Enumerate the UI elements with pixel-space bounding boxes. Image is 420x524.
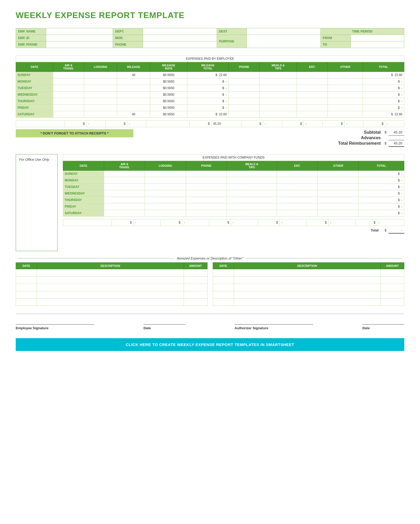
expenses-company-table: EXPENSES PAID WITH COMPANY FUNDS DATE AI… [63,154,404,217]
emp-name-value[interactable] [46,28,113,35]
employee-expense-row: MONDAY $0.5650 $ - $ - [16,78,404,85]
signature-section: Employee Signature Date Authorizer Signa… [16,314,404,330]
company-expense-row: SATURDAY $ - [63,210,404,217]
item-right-desc-col: DESCRIPTION [234,263,381,269]
to-value[interactable] [351,41,404,48]
col-meals-tips: MEALS &TIPS [260,62,297,72]
company-total-row: Total $ - [369,227,404,233]
totals-air: - [86,121,106,127]
total-reimbursement-label: Total Reimbursement [338,140,381,147]
emp-id-value[interactable] [46,35,113,41]
itemized-tables: DATE DESCRIPTION AMOUNT DATE DESCRIPTION… [16,262,404,306]
page-title: WEEKLY EXPENSE REPORT TEMPLATE [16,10,404,20]
office-use-label: For Office Use Only [19,158,49,161]
employee-expense-row: FRIDAY $0.5650 $ - $ - [16,105,404,111]
company-expense-row: MONDAY $ - [63,177,404,184]
totals-meals: - [304,121,323,127]
col-phone: PHONE [228,62,259,72]
from-label: FROM [320,35,351,41]
comp-tot-air: - [133,219,160,226]
itemized-right-table: DATE DESCRIPTION AMOUNT [213,262,405,306]
itemized-left-table: DATE DESCRIPTION AMOUNT [16,262,208,306]
office-use-box: For Office Use Only [16,154,58,251]
dept-label: DEPT. [113,28,143,35]
advances-label: Advances [338,136,381,140]
col-air-trans: AIR &TRANS. [53,62,84,72]
company-funds-section: EXPENSES PAID WITH COMPANY FUNDS DATE AI… [63,154,404,251]
authorizer-sig-block: Authorizer Signature [234,317,313,330]
col-mileage-total: MILEAGETOTAL [187,62,229,72]
totals-phone: - [263,121,282,127]
item-left-amount-col: AMOUNT [184,263,207,269]
emp-phone-value[interactable] [46,41,113,48]
dept-value[interactable] [143,28,217,35]
advances-row: Advances [338,136,404,140]
comp-col-total: TOTAL [359,161,404,171]
col-other: OTHER [328,62,363,72]
itemized-title: Itemized Expenses or Description of "Oth… [16,256,404,260]
total-reimbursement-row: Total Reimbursement $ 45.20 [338,140,404,147]
purpose-value[interactable] [247,35,320,48]
emp-date-block: Date [144,317,186,330]
auth-date-block: Date [362,317,404,330]
itemized-left-row [16,269,208,277]
dest-value[interactable] [247,28,320,35]
totals-mile-total: 45.20 [211,121,241,127]
company-expense-row: SUNDAY $ - [63,171,404,177]
itemized-left-row [16,277,208,284]
company-total-label: Total [369,227,381,233]
item-right-amount-col: AMOUNT [381,263,404,269]
company-expense-row: TUESDAY $ - [63,184,404,190]
col-mileage-rate: MILEAGERATE [150,62,187,72]
subtotal-label: Subtotal [338,129,381,136]
employee-expense-row: SUNDAY 40 $0.5650 $ 22.60 $ 22.60 [16,72,404,78]
emp-phone-label: EMP. PHONE [16,41,46,48]
col-date: DATE [16,62,53,72]
itemized-right-row [213,277,404,284]
phone-label: PHONE [113,41,143,48]
col-total: TOTAL [363,62,404,72]
info-table: EMP. NAME DEPT. DEST. TIME PERIOD EMP. I… [16,28,404,48]
item-left-date-col: DATE [16,263,37,269]
comp-tot-ent: - [328,219,355,226]
comp-tot-lodging: - [182,219,209,226]
company-totals-table: $ - $ - $ - $ - $ - $ - [63,219,404,226]
purpose-label: PURPOSE [217,35,247,48]
phone-value[interactable] [143,41,217,48]
company-expense-row: WEDNESDAY $ - [63,190,404,197]
emp-name-label: EMP. NAME [16,28,46,35]
authorizer-sig-label: Authorizer Signature [234,326,268,330]
time-period-label: TIME PERIOD [320,28,404,35]
employee-expense-row: TUESDAY $0.5650 $ - $ - [16,85,404,91]
employee-sig-label: Employee Signature [16,326,48,330]
emp-date-label: Date [144,326,151,330]
advances-value [389,136,404,140]
employee-sig-block: Employee Signature [16,317,94,330]
cta-banner[interactable]: CLICK HERE TO CREATE WEEKLY EXPENSE REPO… [16,338,404,351]
expenses-company-title: EXPENSES PAID WITH COMPANY FUNDS [63,154,404,161]
company-expense-row: FRIDAY $ - [63,203,404,210]
mgr-label: MGR. [113,35,143,41]
itemized-right-row [213,269,404,277]
from-value[interactable] [351,35,404,41]
expenses-employee-title: EXPENSES PAID BY EMPLOYEE [16,56,404,62]
employee-expense-row: THURSDAY $0.5650 $ - $ - [16,98,404,105]
itemized-left-row [16,299,208,306]
itemized-right-row [213,284,404,291]
dest-label: DEST. [217,28,247,35]
comp-col-date: DATE [63,161,104,171]
to-label: TO [320,41,351,48]
emp-id-label: EMP. ID [16,35,46,41]
col-lodging: LODGING [84,62,117,72]
item-left-desc-col: DESCRIPTION [37,263,184,269]
comp-tot-phone: - [231,219,258,226]
expenses-employee-table: EXPENSES PAID BY EMPLOYEE DATE AIR &TRAN… [16,55,404,118]
comp-col-ent: ENT. [277,161,318,171]
company-total-value: - [389,227,404,233]
comp-col-lodging: LODGING [145,161,186,171]
col-mileage: MILEAGE [117,62,150,72]
mgr-value[interactable] [143,35,217,41]
employee-expense-row: SATURDAY 40 $0.5650 $ 22.60 $ 22.60 [16,111,404,118]
comp-tot-meals: - [280,219,307,226]
comp-col-air: AIR &TRANS. [104,161,145,171]
